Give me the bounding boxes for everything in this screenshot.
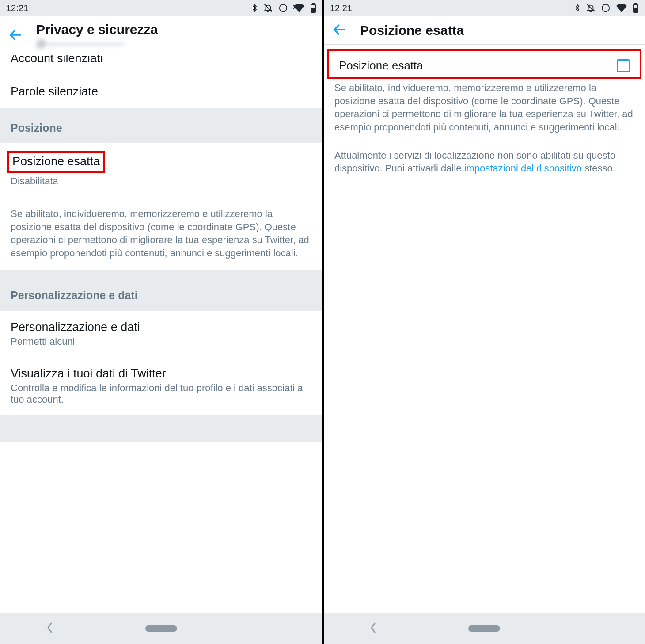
- device-settings-link[interactable]: impostazioni del dispositivo: [464, 163, 582, 174]
- tutorial-highlight: Posizione esatta: [7, 151, 105, 173]
- account-handle: @————————: [36, 38, 158, 50]
- list-item-status: Disabilitata: [11, 175, 312, 187]
- system-nav-bar: [324, 613, 645, 644]
- dnd-bell-icon: [263, 3, 273, 13]
- page-title: Posizione esatta: [360, 23, 464, 38]
- app-bar: Posizione esatta: [324, 16, 645, 45]
- list-item-twitter-data[interactable]: Visualizza i tuoi dati di Twitter Contro…: [0, 357, 322, 415]
- section-header-position: Posizione: [0, 108, 322, 143]
- status-bar: 12:21: [0, 0, 322, 16]
- svg-rect-5: [312, 8, 315, 11]
- back-button[interactable]: [332, 22, 347, 39]
- precise-location-description: Se abilitato, individueremo, memorizzere…: [0, 190, 322, 270]
- settings-list[interactable]: Account silenziati Parole silenziate Pos…: [0, 55, 322, 613]
- list-item-status: Permetti alcuni: [11, 336, 312, 347]
- nav-back-button[interactable]: [46, 621, 54, 636]
- app-bar: Privacy e sicurezza @————————: [0, 16, 322, 55]
- precise-location-description: Se abilitato, individueremo, memorizzere…: [324, 79, 645, 134]
- settings-content: Posizione esatta Se abilitato, individue…: [324, 45, 645, 613]
- checkbox-unchecked[interactable]: [617, 59, 630, 72]
- status-time: 12:21: [6, 3, 28, 13]
- wifi-icon: [616, 4, 627, 12]
- svg-rect-4: [312, 4, 314, 4]
- list-item-precise-location[interactable]: Posizione esatta Disabilitata: [0, 143, 322, 190]
- list-item-description: Controlla e modifica le informazioni del…: [11, 382, 312, 405]
- toggle-label: Posizione esatta: [339, 59, 423, 72]
- chevron-left-icon: [46, 621, 54, 634]
- dnd-bell-icon: [586, 3, 596, 13]
- page-title: Privacy e sicurezza: [36, 22, 158, 37]
- system-nav-bar: [0, 613, 322, 644]
- arrow-left-icon: [8, 27, 23, 42]
- dnd-circle-icon: [278, 3, 288, 13]
- nav-back-button[interactable]: [369, 621, 377, 636]
- battery-icon: [633, 3, 639, 13]
- arrow-left-icon: [332, 22, 347, 37]
- section-header-personalization: Personalizzazione e dati: [0, 270, 322, 311]
- list-item-label: Parole silenziate: [11, 85, 312, 99]
- battery-icon: [310, 3, 316, 13]
- screen-privacy-security: 12:21 Privacy e sicurezza @———————— Acco…: [0, 0, 322, 644]
- bluetooth-icon: [574, 3, 580, 13]
- list-item-label: Visualizza i tuoi dati di Twitter: [11, 367, 312, 381]
- wifi-icon: [293, 4, 305, 12]
- nav-home-button[interactable]: [145, 625, 177, 632]
- list-item-personalization[interactable]: Personalizzazione e dati Permetti alcuni: [0, 311, 322, 357]
- list-item-muted-accounts[interactable]: Account silenziati: [0, 55, 322, 75]
- back-button[interactable]: [8, 27, 23, 44]
- dnd-circle-icon: [601, 3, 611, 13]
- svg-rect-11: [635, 4, 637, 4]
- section-gap: [0, 415, 322, 442]
- status-bar: 12:21: [324, 0, 645, 16]
- svg-rect-12: [634, 8, 637, 11]
- screen-precise-location: 12:21 Posizione esatta Posizione esatta …: [322, 0, 645, 644]
- chevron-left-icon: [369, 621, 377, 634]
- toggle-precise-location[interactable]: Posizione esatta: [327, 49, 641, 79]
- list-item-label: Personalizzazione e dati: [11, 320, 312, 334]
- status-time: 12:21: [330, 3, 352, 13]
- bluetooth-icon: [251, 3, 258, 13]
- nav-home-button[interactable]: [468, 625, 500, 632]
- status-icons: [251, 3, 316, 13]
- status-icons: [574, 3, 639, 13]
- list-item-label: Account silenziati: [11, 55, 312, 65]
- location-services-note: Attualmente i servizi di localizzazione …: [324, 146, 645, 175]
- list-item-muted-words[interactable]: Parole silenziate: [0, 75, 322, 108]
- list-item-label: Posizione esatta: [12, 155, 100, 168]
